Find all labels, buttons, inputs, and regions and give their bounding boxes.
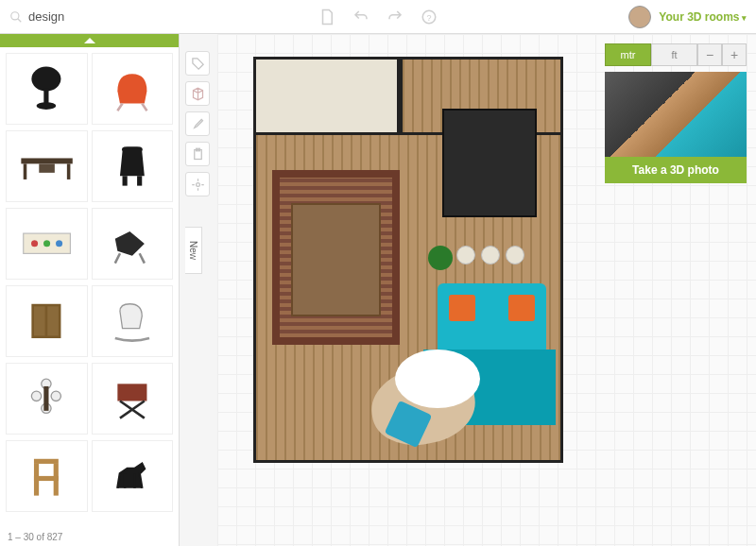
svg-point-17 [43,240,50,247]
item-tray-table[interactable] [92,363,174,435]
svg-rect-12 [39,164,55,173]
item-black-armchair[interactable] [92,130,174,202]
svg-point-16 [31,240,38,247]
header-right: Your 3D rooms [628,6,747,28]
kitchen-island[interactable] [442,109,537,217]
svg-rect-5 [44,89,49,104]
new-doc-icon[interactable] [318,9,335,26]
plant[interactable] [428,246,453,270]
coffee-table[interactable] [395,350,480,408]
cube-tool[interactable] [185,81,210,106]
tag-tool[interactable] [185,51,210,76]
item-desk[interactable] [6,130,88,202]
svg-point-0 [11,11,19,19]
item-wood-chair[interactable] [6,440,88,512]
furniture-grid [0,47,179,520]
unit-toggle: mtr ft − + [605,43,747,66]
redo-icon[interactable] [387,9,404,26]
clipboard-tool[interactable] [185,142,210,166]
svg-point-38 [196,182,199,186]
unit-ft[interactable]: ft [651,43,697,66]
svg-point-6 [37,102,57,110]
help-icon[interactable]: ? [421,9,438,26]
search-box [9,9,170,24]
undo-icon[interactable] [352,9,369,26]
svg-point-25 [32,391,42,401]
floorplan [253,57,563,463]
svg-line-19 [115,253,120,263]
item-orange-chair[interactable] [92,53,174,125]
svg-rect-9 [21,159,72,164]
item-cabinet[interactable] [6,285,88,357]
svg-point-26 [51,391,60,401]
svg-rect-13 [122,176,127,185]
svg-line-1 [18,18,22,22]
collapse-sidebar[interactable] [0,34,179,47]
dining-table[interactable] [291,203,381,316]
take-3d-photo-button[interactable]: Take a 3D photo [605,157,747,183]
svg-rect-10 [23,164,26,180]
svg-rect-35 [34,476,59,481]
svg-point-4 [32,67,61,92]
header: ? Your 3D rooms [0,0,756,34]
svg-rect-29 [117,384,146,401]
svg-rect-28 [44,386,49,411]
unit-mtr[interactable]: mtr [605,43,651,66]
item-rocking-chair[interactable] [92,285,174,357]
item-lounge-chair[interactable] [92,208,174,280]
item-decor-box[interactable] [6,208,88,280]
stool[interactable] [506,246,524,264]
svg-rect-23 [48,306,60,335]
toolstrip [185,51,212,196]
settings-tool[interactable] [185,172,210,196]
stool[interactable] [481,246,500,264]
item-table-lamp[interactable] [6,53,88,125]
svg-rect-14 [137,176,142,185]
svg-rect-32 [34,459,59,464]
preview-3d[interactable] [605,72,747,157]
search-icon [9,10,23,24]
search-input[interactable] [28,9,151,24]
avatar[interactable] [628,6,651,28]
svg-line-7 [117,104,122,111]
right-panel: mtr ft − + Take a 3D photo [605,43,747,183]
svg-rect-22 [34,306,45,335]
stool[interactable] [456,246,475,264]
zoom-in[interactable]: + [722,43,747,66]
svg-point-18 [56,240,62,247]
new-tab[interactable]: New [185,227,202,274]
pagination-text: 1 – 30 of 827 [8,532,62,542]
sofa[interactable] [438,283,546,354]
stools [456,246,524,264]
brush-tool[interactable] [185,111,210,136]
svg-rect-11 [67,164,71,180]
room-corridor [253,57,400,135]
item-horse-figurine[interactable] [92,440,174,512]
svg-line-8 [142,104,146,111]
rooms-dropdown[interactable]: Your 3D rooms [659,10,747,24]
sidebar: 1 – 30 of 827 [0,34,180,546]
item-candelabra[interactable] [6,363,88,435]
header-toolbar: ? [318,9,438,26]
svg-text:?: ? [426,12,431,22]
zoom-out[interactable]: − [697,43,722,66]
svg-line-20 [140,253,145,263]
